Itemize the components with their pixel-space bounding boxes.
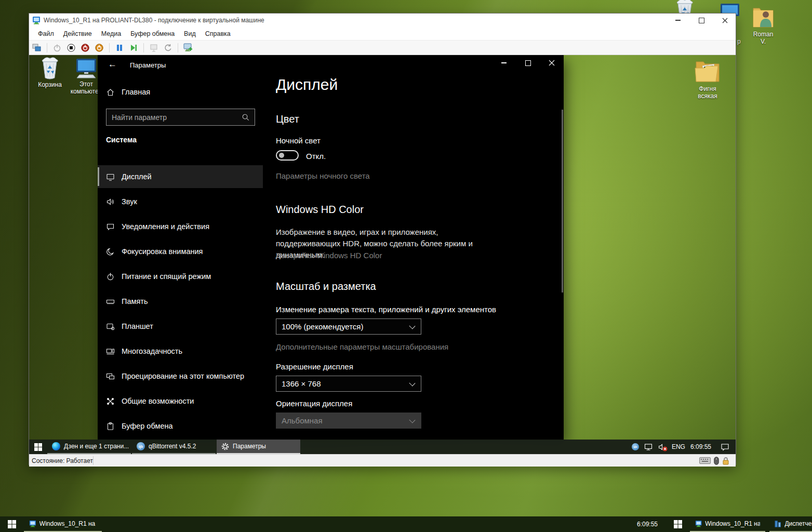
checkpoint-button[interactable] bbox=[148, 42, 159, 54]
host-monitor2-taskbar-item-vmconnect[interactable]: Windows_10_R1 на P... bbox=[690, 516, 765, 532]
sidebar-item-sound[interactable]: Звук bbox=[98, 190, 263, 213]
shared-experiences-icon bbox=[106, 397, 115, 406]
windows-logo-icon bbox=[8, 520, 16, 528]
menu-action[interactable]: Действие bbox=[59, 29, 97, 39]
resolution-label: Разрешение дисплея bbox=[276, 362, 353, 371]
vmconnect-toolbar bbox=[29, 40, 736, 55]
vm-taskbar-item-qbittorrent[interactable]: qb qBittorrent v4.5.2 bbox=[132, 440, 216, 454]
sidebar-item-multitasking[interactable]: Многозадачность bbox=[98, 340, 263, 363]
start-vm-button[interactable] bbox=[51, 42, 63, 54]
chevron-down-icon bbox=[409, 417, 415, 423]
settings-app-title: Параметры bbox=[130, 61, 166, 69]
maximize-icon bbox=[699, 18, 704, 23]
host-clock[interactable]: 6:09:55 bbox=[637, 521, 658, 528]
revert-icon bbox=[164, 44, 172, 52]
shut-down-button[interactable] bbox=[79, 42, 91, 54]
host-user-folder-icon[interactable]: Roman V. bbox=[750, 5, 777, 45]
vmconnect-statusbar: Состояние: Работает bbox=[29, 454, 736, 467]
tablet-icon bbox=[106, 322, 115, 331]
vm-recycle-bin-icon[interactable]: Корзина bbox=[33, 57, 66, 88]
hyperv-vm-icon bbox=[32, 16, 41, 24]
toggle-knob bbox=[279, 153, 284, 158]
edge-icon bbox=[52, 442, 60, 450]
night-light-toggle[interactable] bbox=[276, 150, 299, 161]
sidebar-item-notifications[interactable]: Уведомления и действия bbox=[98, 215, 263, 238]
menu-file[interactable]: Файл bbox=[33, 29, 59, 39]
moon-icon bbox=[106, 247, 115, 256]
sidebar-item-focus-assist[interactable]: Фокусировка внимания bbox=[98, 240, 263, 263]
host-start-button[interactable] bbox=[0, 516, 24, 532]
sidebar-item-tablet[interactable]: Планшет bbox=[98, 315, 263, 338]
icon-label: Roman V. bbox=[750, 31, 777, 45]
scrollbar-thumb[interactable] bbox=[562, 110, 563, 292]
scale-dropdown[interactable]: 100% (рекомендуется) bbox=[276, 318, 421, 335]
search-input[interactable] bbox=[107, 113, 242, 122]
network-icon[interactable] bbox=[644, 443, 653, 451]
resume-button[interactable] bbox=[128, 42, 139, 54]
sidebar-item-clipboard[interactable]: Буфер обмена bbox=[98, 415, 263, 437]
orientation-dropdown[interactable]: Альбомная bbox=[276, 413, 421, 429]
power-disabled-icon bbox=[53, 44, 61, 52]
menu-media[interactable]: Медиа bbox=[97, 29, 126, 39]
host-taskbar-item-task-manager[interactable]: Диспетчер bbox=[769, 516, 812, 532]
vm-clock[interactable]: 6:09:55 bbox=[690, 443, 711, 450]
advanced-scaling-link[interactable]: Дополнительные параметры масштабирования bbox=[276, 342, 448, 351]
save-state-button[interactable] bbox=[94, 42, 105, 54]
volume-muted-icon[interactable] bbox=[658, 443, 667, 451]
step-play-icon bbox=[130, 44, 137, 51]
qbittorrent-icon: qb bbox=[137, 442, 145, 450]
vm-system-tray: qb ENG 6:09:55 bbox=[632, 440, 736, 454]
sidebar-item-projecting[interactable]: Проецирование на этот компьютер bbox=[98, 365, 263, 388]
stop-icon bbox=[67, 44, 75, 52]
search-icon[interactable] bbox=[242, 113, 249, 121]
vmconnect-titlebar[interactable]: Windows_10_R1 на PROLIANT-DL380 - подклю… bbox=[29, 14, 736, 27]
vm-taskbar-item-edge[interactable]: Дзен и еще 1 страни... bbox=[47, 440, 131, 454]
recycle-bin-icon bbox=[39, 57, 60, 79]
hd-color-settings-link[interactable]: Настройки Windows HD Color bbox=[276, 251, 382, 260]
hyperv-vm-icon bbox=[695, 520, 702, 528]
language-indicator[interactable]: ENG bbox=[672, 443, 685, 450]
minimize-button[interactable] bbox=[670, 15, 686, 25]
host-taskbar-item-vmconnect[interactable]: Windows_10_R1 на P... bbox=[24, 516, 102, 532]
power-icon bbox=[106, 272, 115, 281]
settings-sidebar: ← Параметры Главная Систем bbox=[98, 55, 263, 440]
scale-label: Изменение размера текста, приложений и д… bbox=[276, 305, 496, 314]
sidebar-item-power-sleep[interactable]: Питание и спящий режим bbox=[98, 265, 263, 288]
back-button[interactable]: ← bbox=[108, 59, 117, 70]
sound-icon bbox=[106, 197, 115, 206]
maximize-button[interactable] bbox=[694, 15, 709, 25]
minimize-icon bbox=[675, 20, 681, 21]
enhanced-session-button[interactable] bbox=[182, 42, 194, 54]
close-button[interactable] bbox=[717, 15, 733, 25]
night-light-settings-link[interactable]: Параметры ночного света bbox=[276, 171, 370, 180]
qbittorrent-tray-icon[interactable]: qb bbox=[632, 443, 639, 450]
turn-off-button[interactable] bbox=[65, 42, 77, 54]
action-center-icon[interactable] bbox=[721, 443, 729, 451]
night-light-state: Откл. bbox=[306, 152, 326, 161]
vm-start-button[interactable] bbox=[29, 440, 47, 454]
vm-taskbar-item-settings[interactable]: Параметры bbox=[217, 440, 300, 454]
pause-button[interactable] bbox=[114, 42, 125, 54]
ctrl-alt-del-button[interactable] bbox=[31, 42, 43, 54]
revert-button[interactable] bbox=[162, 42, 174, 54]
sidebar-item-display[interactable]: Дисплей bbox=[98, 165, 263, 188]
sidebar-item-home[interactable]: Главная bbox=[98, 83, 263, 101]
windows-logo-icon bbox=[674, 520, 682, 528]
host-desktop: р Roman V. Windows_10_R1 на PROLIANT-DL3… bbox=[0, 0, 812, 532]
window-title: Windows_10_R1 на PROLIANT-DL380 - подклю… bbox=[44, 17, 264, 24]
menu-clipboard[interactable]: Буфер обмена bbox=[126, 29, 179, 39]
storage-icon bbox=[106, 297, 115, 306]
vmconnect-menubar: Файл Действие Медиа Буфер обмена Вид Спр… bbox=[29, 27, 736, 40]
icon-label: Фигня всякая bbox=[691, 85, 724, 100]
resolution-dropdown[interactable]: 1366 × 768 bbox=[276, 376, 421, 392]
keyboard-capture-icon bbox=[699, 457, 711, 464]
vm-taskbar: Дзен и еще 1 страни... qb qBittorrent v4… bbox=[29, 440, 736, 454]
sidebar-item-shared-experiences[interactable]: Общие возможности bbox=[98, 390, 263, 413]
menu-view[interactable]: Вид bbox=[179, 29, 201, 39]
vm-stuff-folder-icon[interactable]: Фигня всякая bbox=[691, 58, 724, 100]
menu-help[interactable]: Справка bbox=[201, 29, 235, 39]
host-monitor2-start-button[interactable] bbox=[666, 516, 690, 532]
sidebar-item-storage[interactable]: Память bbox=[98, 290, 263, 313]
chevron-down-icon bbox=[409, 323, 415, 329]
save-state-icon bbox=[95, 44, 103, 52]
